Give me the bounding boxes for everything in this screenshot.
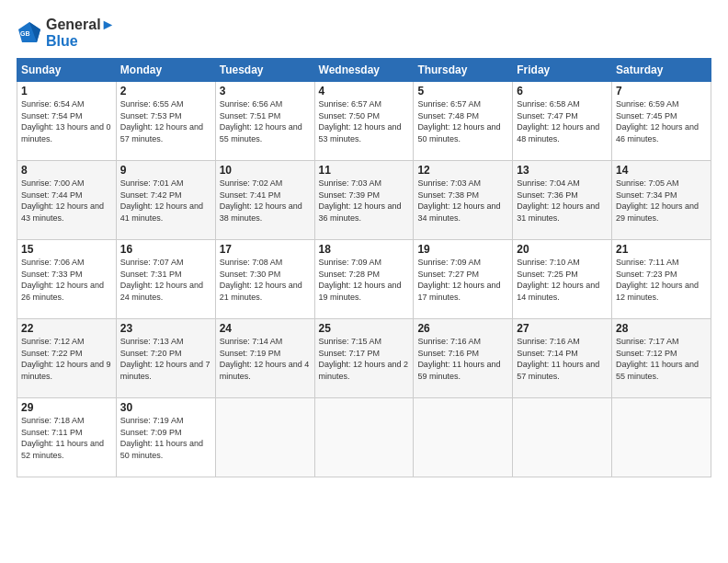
day-info: Sunrise: 7:02 AM Sunset: 7:41 PM Dayligh… <box>220 178 311 224</box>
day-info: Sunrise: 7:05 AM Sunset: 7:34 PM Dayligh… <box>616 178 707 224</box>
day-info: Sunrise: 7:19 AM Sunset: 7:09 PM Dayligh… <box>120 415 211 461</box>
day-number: 5 <box>417 85 508 98</box>
day-info: Sunrise: 6:57 AM Sunset: 7:50 PM Dayligh… <box>319 98 410 144</box>
table-row: 23 Sunrise: 7:13 AM Sunset: 7:20 PM Dayl… <box>116 319 215 398</box>
table-row: 20 Sunrise: 7:10 AM Sunset: 7:25 PM Dayl… <box>513 240 612 319</box>
table-row: 29 Sunrise: 7:18 AM Sunset: 7:11 PM Dayl… <box>17 398 117 477</box>
day-number: 12 <box>417 164 508 177</box>
table-row <box>215 398 314 477</box>
table-row: 16 Sunrise: 7:07 AM Sunset: 7:31 PM Dayl… <box>116 240 215 319</box>
day-info: Sunrise: 7:04 AM Sunset: 7:36 PM Dayligh… <box>517 178 608 224</box>
day-number: 3 <box>220 85 311 98</box>
day-info: Sunrise: 7:12 AM Sunset: 7:22 PM Dayligh… <box>21 336 112 382</box>
calendar-table: Sunday Monday Tuesday Wednesday Thursday… <box>17 58 711 477</box>
day-number: 4 <box>319 85 410 98</box>
table-row: 21 Sunrise: 7:11 AM Sunset: 7:23 PM Dayl… <box>612 240 711 319</box>
table-row: 17 Sunrise: 7:08 AM Sunset: 7:30 PM Dayl… <box>215 240 314 319</box>
day-number: 9 <box>120 164 211 177</box>
calendar-week-row: 22 Sunrise: 7:12 AM Sunset: 7:22 PM Dayl… <box>17 319 711 398</box>
day-number: 29 <box>21 401 112 414</box>
day-info: Sunrise: 6:58 AM Sunset: 7:47 PM Dayligh… <box>517 98 608 144</box>
table-row: 30 Sunrise: 7:19 AM Sunset: 7:09 PM Dayl… <box>116 398 215 477</box>
table-row: 22 Sunrise: 7:12 AM Sunset: 7:22 PM Dayl… <box>17 319 117 398</box>
day-number: 16 <box>120 243 211 256</box>
day-info: Sunrise: 7:03 AM Sunset: 7:39 PM Dayligh… <box>319 178 410 224</box>
day-number: 15 <box>21 243 112 256</box>
col-monday: Monday <box>116 59 215 82</box>
table-row <box>314 398 414 477</box>
table-row <box>513 398 612 477</box>
day-number: 20 <box>517 243 608 256</box>
day-number: 14 <box>616 164 707 177</box>
day-number: 19 <box>417 243 508 256</box>
day-number: 24 <box>220 322 311 335</box>
table-row: 7 Sunrise: 6:59 AM Sunset: 7:45 PM Dayli… <box>612 82 711 161</box>
col-tuesday: Tuesday <box>215 59 314 82</box>
day-info: Sunrise: 7:17 AM Sunset: 7:12 PM Dayligh… <box>616 336 707 382</box>
logo: GB General► Blue <box>17 17 115 49</box>
table-row: 8 Sunrise: 7:00 AM Sunset: 7:44 PM Dayli… <box>17 161 117 240</box>
col-saturday: Saturday <box>612 59 711 82</box>
calendar-week-row: 8 Sunrise: 7:00 AM Sunset: 7:44 PM Dayli… <box>17 161 711 240</box>
col-friday: Friday <box>513 59 612 82</box>
day-info: Sunrise: 7:15 AM Sunset: 7:17 PM Dayligh… <box>319 336 410 382</box>
table-row: 12 Sunrise: 7:03 AM Sunset: 7:38 PM Dayl… <box>414 161 513 240</box>
day-info: Sunrise: 7:00 AM Sunset: 7:44 PM Dayligh… <box>21 178 112 224</box>
day-info: Sunrise: 7:09 AM Sunset: 7:28 PM Dayligh… <box>319 257 410 303</box>
col-wednesday: Wednesday <box>314 59 414 82</box>
calendar-week-row: 29 Sunrise: 7:18 AM Sunset: 7:11 PM Dayl… <box>17 398 711 477</box>
day-number: 6 <box>517 85 608 98</box>
table-row: 26 Sunrise: 7:16 AM Sunset: 7:16 PM Dayl… <box>414 319 513 398</box>
day-number: 7 <box>616 85 707 98</box>
page-header: GB General► Blue <box>17 17 711 49</box>
day-info: Sunrise: 7:11 AM Sunset: 7:23 PM Dayligh… <box>616 257 707 303</box>
day-number: 21 <box>616 243 707 256</box>
table-row: 27 Sunrise: 7:16 AM Sunset: 7:14 PM Dayl… <box>513 319 612 398</box>
day-number: 17 <box>220 243 311 256</box>
day-number: 18 <box>319 243 410 256</box>
day-info: Sunrise: 6:59 AM Sunset: 7:45 PM Dayligh… <box>616 98 707 144</box>
day-number: 13 <box>517 164 608 177</box>
day-number: 11 <box>319 164 410 177</box>
svg-text:GB: GB <box>20 30 30 37</box>
col-sunday: Sunday <box>17 59 117 82</box>
day-info: Sunrise: 6:56 AM Sunset: 7:51 PM Dayligh… <box>220 98 311 144</box>
day-info: Sunrise: 7:09 AM Sunset: 7:27 PM Dayligh… <box>417 257 508 303</box>
day-info: Sunrise: 7:06 AM Sunset: 7:33 PM Dayligh… <box>21 257 112 303</box>
table-row: 15 Sunrise: 7:06 AM Sunset: 7:33 PM Dayl… <box>17 240 117 319</box>
logo-text: General► Blue <box>46 17 115 49</box>
day-number: 8 <box>21 164 112 177</box>
day-number: 27 <box>517 322 608 335</box>
table-row <box>612 398 711 477</box>
table-row: 9 Sunrise: 7:01 AM Sunset: 7:42 PM Dayli… <box>116 161 215 240</box>
day-number: 28 <box>616 322 707 335</box>
table-row: 6 Sunrise: 6:58 AM Sunset: 7:47 PM Dayli… <box>513 82 612 161</box>
calendar-week-row: 1 Sunrise: 6:54 AM Sunset: 7:54 PM Dayli… <box>17 82 711 161</box>
day-info: Sunrise: 6:55 AM Sunset: 7:53 PM Dayligh… <box>120 98 211 144</box>
day-info: Sunrise: 7:16 AM Sunset: 7:14 PM Dayligh… <box>517 336 608 382</box>
day-number: 22 <box>21 322 112 335</box>
day-info: Sunrise: 7:16 AM Sunset: 7:16 PM Dayligh… <box>417 336 508 382</box>
table-row: 1 Sunrise: 6:54 AM Sunset: 7:54 PM Dayli… <box>17 82 117 161</box>
col-thursday: Thursday <box>414 59 513 82</box>
day-number: 23 <box>120 322 211 335</box>
table-row: 2 Sunrise: 6:55 AM Sunset: 7:53 PM Dayli… <box>116 82 215 161</box>
table-row <box>414 398 513 477</box>
table-row: 18 Sunrise: 7:09 AM Sunset: 7:28 PM Dayl… <box>314 240 414 319</box>
day-info: Sunrise: 7:10 AM Sunset: 7:25 PM Dayligh… <box>517 257 608 303</box>
calendar-header-row: Sunday Monday Tuesday Wednesday Thursday… <box>17 59 711 82</box>
day-number: 25 <box>319 322 410 335</box>
table-row: 5 Sunrise: 6:57 AM Sunset: 7:48 PM Dayli… <box>414 82 513 161</box>
day-info: Sunrise: 7:07 AM Sunset: 7:31 PM Dayligh… <box>120 257 211 303</box>
day-info: Sunrise: 7:01 AM Sunset: 7:42 PM Dayligh… <box>120 178 211 224</box>
table-row: 19 Sunrise: 7:09 AM Sunset: 7:27 PM Dayl… <box>414 240 513 319</box>
day-info: Sunrise: 7:18 AM Sunset: 7:11 PM Dayligh… <box>21 415 112 461</box>
table-row: 10 Sunrise: 7:02 AM Sunset: 7:41 PM Dayl… <box>215 161 314 240</box>
table-row: 24 Sunrise: 7:14 AM Sunset: 7:19 PM Dayl… <box>215 319 314 398</box>
day-info: Sunrise: 6:54 AM Sunset: 7:54 PM Dayligh… <box>21 98 112 144</box>
logo-icon: GB <box>17 20 42 46</box>
table-row: 11 Sunrise: 7:03 AM Sunset: 7:39 PM Dayl… <box>314 161 414 240</box>
table-row: 13 Sunrise: 7:04 AM Sunset: 7:36 PM Dayl… <box>513 161 612 240</box>
calendar-week-row: 15 Sunrise: 7:06 AM Sunset: 7:33 PM Dayl… <box>17 240 711 319</box>
table-row: 4 Sunrise: 6:57 AM Sunset: 7:50 PM Dayli… <box>314 82 414 161</box>
